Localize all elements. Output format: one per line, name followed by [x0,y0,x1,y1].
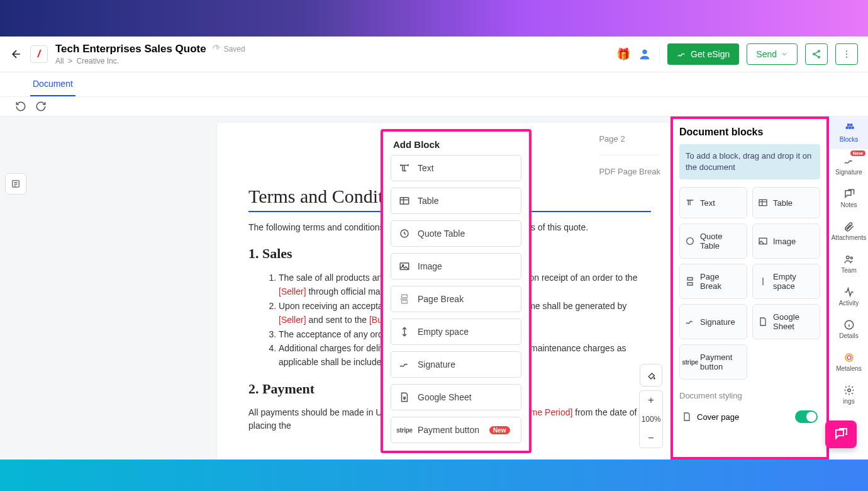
rail-attachments[interactable]: Attachments [830,215,868,247]
top-header: / Tech Enterprises Sales Quote Saved All… [0,37,868,72]
rail-activity[interactable]: Activity [830,280,868,313]
page-break-icon [685,276,695,286]
quote-table-icon [399,228,410,239]
document-blocks-panel: Document blocks To add a block, drag and… [670,116,829,460]
quote-table-icon [685,236,695,246]
svg-rect-8 [400,198,409,205]
rail-signature[interactable]: NewSignature [830,149,868,182]
text-icon [685,198,695,208]
tabs-row: Document [0,72,868,97]
zoom-in-button[interactable]: + [640,391,662,410]
toolbar-row [0,97,868,116]
new-badge: New [489,426,510,434]
more-button[interactable] [835,43,858,65]
svg-point-20 [847,389,850,392]
paint-bucket-button[interactable] [640,364,662,387]
signature-icon [685,317,695,327]
share-button[interactable] [805,43,828,65]
blocks-icon [843,123,855,134]
gift-icon[interactable]: 🎁 [616,47,630,61]
outline-toggle[interactable] [5,173,26,195]
tile-signature[interactable]: Signature [679,304,747,339]
breadcrumb: All > Creative Inc. [55,57,245,65]
block-option-signature[interactable]: Signature [391,351,521,378]
google-sheet-icon [758,317,768,327]
tile-page-break[interactable]: Page Break [679,264,747,299]
rail-metalens[interactable]: Metalens [830,346,868,378]
new-badge: New [850,150,865,156]
block-option-text[interactable]: Text [391,155,521,181]
rail-blocks[interactable]: Blocks [830,116,868,149]
undo-button[interactable] [15,101,26,112]
block-option-payment-button[interactable]: stripePayment buttonNew [391,417,521,443]
cover-page-label: Cover page [697,412,739,422]
breadcrumb-all[interactable]: All [55,57,64,65]
tile-text[interactable]: Text [679,187,747,218]
user-icon[interactable] [638,47,652,61]
block-option-image[interactable]: Image [391,253,521,279]
page-thumb[interactable]: Page 2 [599,134,660,155]
stripe-icon: stripe [399,424,410,436]
get-esign-button[interactable]: Get eSign [667,43,739,65]
zoom-controls: + 100% − [639,364,663,448]
saved-status: Saved [213,45,245,54]
send-button[interactable]: Send [747,43,798,65]
rail-notes[interactable]: Notes [830,182,868,215]
pdf-break-label: PDF Page Break [599,167,660,176]
side-rail: Blocks NewSignature Notes Attachments Te… [829,116,868,460]
divider [659,45,660,63]
placeholder-seller[interactable]: [Seller] [279,315,306,325]
styling-section-label: Document styling [679,391,820,400]
rail-details[interactable]: Details [830,313,868,346]
attachments-icon [843,221,855,232]
document-logo: / [30,45,48,63]
block-option-page-break[interactable]: Page Break [391,286,521,312]
text-icon [399,162,410,174]
metalens-icon [843,352,855,363]
block-option-google-sheet[interactable]: Google Sheet [391,384,521,410]
cover-page-row: Cover page [679,405,820,428]
table-icon [399,195,410,206]
block-option-table[interactable]: Table [391,188,521,214]
popover-title: Add Block [391,139,521,150]
zoom-out-button[interactable]: − [640,429,662,448]
svg-rect-12 [759,200,767,206]
tile-empty-space[interactable]: Empty space [752,264,820,299]
zoom-percentage: 100% [640,410,662,429]
svg-point-19 [847,356,851,359]
tab-document[interactable]: Document [30,72,75,96]
svg-point-3 [818,56,820,58]
panel-title: Document blocks [679,127,820,138]
page-thumbnails: Page 2 PDF Page Break [599,134,660,176]
image-icon [758,236,768,246]
document-title: Tech Enterprises Sales Quote [55,43,206,55]
stripe-icon: stripe [685,357,695,367]
bottom-gradient-bar [0,460,868,491]
placeholder-seller[interactable]: [Seller] [279,286,306,296]
breadcrumb-current[interactable]: Creative Inc. [77,57,119,65]
tile-payment-button[interactable]: stripePayment button [679,344,747,380]
notes-icon [843,188,855,200]
tile-image[interactable]: Image [752,223,820,259]
rail-team[interactable]: Team [830,247,868,280]
block-option-quote-table[interactable]: Quote Table [391,220,521,247]
svg-point-15 [846,256,849,259]
svg-point-0 [642,50,647,54]
redo-button[interactable] [35,101,47,112]
cover-page-toggle[interactable] [795,410,818,423]
svg-point-4 [846,50,847,52]
empty-space-icon [399,326,410,337]
chat-fab[interactable] [825,420,857,448]
settings-icon [843,385,855,396]
panel-hint: To add a block, drag and drop it on the … [679,144,820,179]
rail-settings[interactable]: ings [830,378,868,411]
tile-table[interactable]: Table [752,187,820,218]
block-option-empty-space[interactable]: Empty space [391,319,521,345]
details-icon [843,319,855,330]
cover-page-icon [682,412,692,422]
tile-quote-table[interactable]: Quote Table [679,223,747,259]
team-icon [843,254,855,265]
tile-google-sheet[interactable]: Google Sheet [752,304,820,339]
svg-point-13 [687,238,694,245]
back-button[interactable] [10,48,23,60]
